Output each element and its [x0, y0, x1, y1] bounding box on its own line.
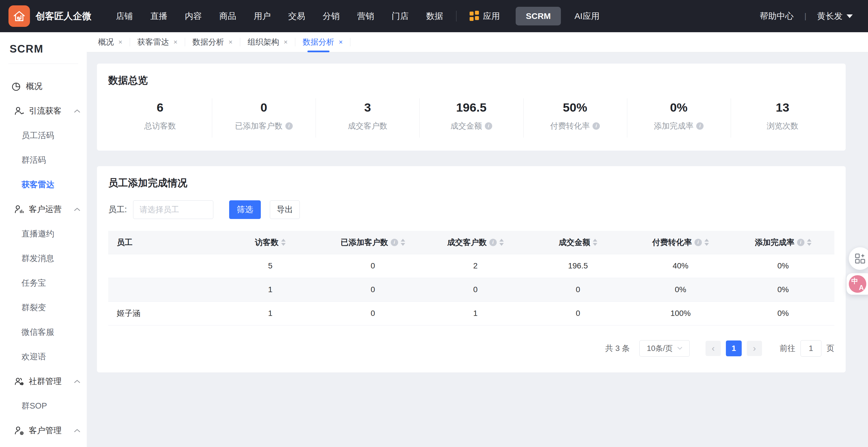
prev-page-button[interactable]: ‹ — [706, 341, 721, 356]
user-wave-icon — [14, 106, 24, 116]
info-icon[interactable]: i — [485, 122, 492, 130]
tab-label: 数据分析 — [192, 37, 224, 47]
user-menu[interactable]: 黄长发 — [817, 10, 853, 22]
col-visitors[interactable]: 访客数 — [219, 231, 321, 254]
stat-value: 3 — [316, 101, 419, 115]
stat-paid-conversion: 50% 付费转化率i — [523, 97, 627, 138]
tab-separator — [240, 38, 240, 46]
nav-item-ai-apps[interactable]: AI应用 — [575, 10, 599, 22]
page-size-select[interactable]: 10条/页 — [640, 340, 690, 357]
tab-acquisition-radar[interactable]: 获客雷达 × — [137, 32, 178, 52]
column-label: 添加完成率 — [755, 237, 795, 248]
close-icon[interactable]: × — [174, 39, 178, 45]
col-paid-conversion[interactable]: 付费转化率i — [629, 231, 732, 254]
stat-label: 已添加客户数 — [235, 121, 283, 131]
cell-completion: 0% — [732, 278, 834, 301]
nav-item-trade[interactable]: 交易 — [288, 10, 305, 22]
table-row: 5 0 2 196.5 40% 0% — [108, 254, 834, 278]
info-icon[interactable]: i — [285, 122, 293, 130]
nav-item-data[interactable]: 数据 — [426, 10, 443, 22]
sort-icon[interactable] — [499, 239, 504, 246]
cell-employee — [108, 254, 219, 278]
cell-amount: 0 — [527, 278, 629, 301]
table-row: 1 0 0 0 0% 0% — [108, 278, 834, 301]
content-area: 数据总览 6 总访客数 0 已添加客户数i 3 成交客户数 — [87, 52, 868, 447]
sort-icon[interactable] — [704, 239, 709, 246]
cell-deals: 1 — [424, 301, 527, 325]
nav-item-live[interactable]: 直播 — [150, 10, 167, 22]
brand-logo[interactable] — [8, 5, 30, 27]
topbar-divider — [456, 11, 457, 22]
info-icon[interactable]: i — [391, 239, 398, 246]
nav-item-goods[interactable]: 商品 — [219, 10, 236, 22]
cell-visitors: 1 — [219, 301, 321, 325]
info-icon[interactable]: i — [696, 122, 704, 130]
translate-float-button[interactable]: 中 A — [846, 273, 868, 295]
nav-item-shop[interactable]: 店铺 — [116, 10, 133, 22]
sort-icon[interactable] — [281, 239, 286, 246]
sort-icon[interactable] — [807, 239, 811, 246]
sidebar-item-welcome-message[interactable]: 欢迎语 — [0, 345, 87, 369]
caret-down-icon — [846, 14, 853, 18]
close-icon[interactable]: × — [228, 39, 232, 45]
col-deal-amount[interactable]: 成交金额 — [527, 231, 629, 254]
sidebar-item-group-qr[interactable]: 群活码 — [0, 148, 87, 172]
nav-item-marketing[interactable]: 营销 — [357, 10, 374, 22]
export-button[interactable]: 导出 — [270, 200, 300, 219]
apps-entry[interactable]: 应用 — [470, 10, 500, 22]
sidebar-item-live-invite[interactable]: 直播邀约 — [0, 222, 87, 246]
sidebar-item-acquisition-radar[interactable]: 获客雷达 — [0, 172, 87, 197]
employee-select-input[interactable] — [133, 200, 213, 219]
sort-icon[interactable] — [593, 239, 597, 246]
help-center-link[interactable]: 帮助中心 — [760, 10, 794, 22]
tab-data-analysis-active[interactable]: 数据分析 × — [303, 32, 343, 52]
tab-overview[interactable]: 概况 × — [98, 32, 122, 52]
topbar: 创客匠人企微 店铺 直播 内容 商品 用户 交易 分销 营销 门店 数据 应用 … — [0, 0, 868, 32]
sidebar-item-label: 群裂变 — [22, 302, 46, 313]
sidebar-group-lead-acquisition[interactable]: 引流获客 — [0, 99, 87, 123]
column-label: 员工 — [117, 237, 132, 248]
tab-org-structure[interactable]: 组织架构 × — [248, 32, 288, 52]
sort-icon[interactable] — [401, 239, 405, 246]
sidebar-group-customer-operation[interactable]: 客户运营 — [0, 197, 87, 222]
info-icon[interactable]: i — [592, 122, 600, 130]
close-icon[interactable]: × — [339, 39, 343, 45]
goto-page-input[interactable] — [801, 340, 822, 357]
close-icon[interactable]: × — [118, 39, 122, 45]
info-icon[interactable]: i — [797, 239, 804, 246]
tab-label: 组织架构 — [248, 37, 279, 47]
info-icon[interactable]: i — [694, 239, 702, 246]
tab-separator — [295, 38, 295, 46]
col-deal-customers[interactable]: 成交客户数i — [424, 231, 527, 254]
employee-filter-label: 员工: — [108, 204, 127, 215]
tab-separator — [350, 38, 350, 46]
tab-label: 数据分析 — [303, 37, 334, 47]
nav-item-scrm-active[interactable]: SCRM — [516, 7, 561, 25]
sidebar-item-group-fission[interactable]: 群裂变 — [0, 295, 87, 320]
close-icon[interactable]: × — [284, 39, 288, 45]
next-page-button[interactable]: › — [747, 341, 762, 356]
sidebar-group-customer-management[interactable]: 客户管理 — [0, 418, 87, 443]
page-number-current[interactable]: 1 — [726, 341, 742, 356]
col-added-customers[interactable]: 已添加客户数i — [321, 231, 424, 254]
cell-conversion: 40% — [629, 254, 732, 278]
widget-float-button[interactable] — [849, 247, 868, 270]
sidebar-group-community-management[interactable]: 社群管理 — [0, 369, 87, 393]
sidebar-item-staff-qr[interactable]: 员工活码 — [0, 123, 87, 148]
filter-button[interactable]: 筛选 — [229, 200, 261, 219]
nav-item-content[interactable]: 内容 — [185, 10, 202, 22]
sidebar-item-task-treasure[interactable]: 任务宝 — [0, 271, 87, 295]
sidebar-item-wechat-service[interactable]: 微信客服 — [0, 320, 87, 345]
tab-data-analysis-1[interactable]: 数据分析 × — [192, 32, 232, 52]
translate-cn-glyph: 中 — [851, 277, 858, 286]
sidebar-item-overview[interactable]: 概况 — [0, 74, 87, 99]
info-icon[interactable]: i — [489, 239, 497, 246]
sidebar-item-group-sop[interactable]: 群SOP — [0, 393, 87, 418]
nav-item-distribution[interactable]: 分销 — [323, 10, 340, 22]
stat-label: 付费转化率 — [550, 121, 590, 131]
chevron-up-icon — [74, 380, 80, 383]
nav-item-users[interactable]: 用户 — [254, 10, 271, 22]
nav-item-stores[interactable]: 门店 — [392, 10, 409, 22]
col-add-completion[interactable]: 添加完成率i — [732, 231, 834, 254]
sidebar-item-mass-message[interactable]: 群发消息 — [0, 246, 87, 271]
